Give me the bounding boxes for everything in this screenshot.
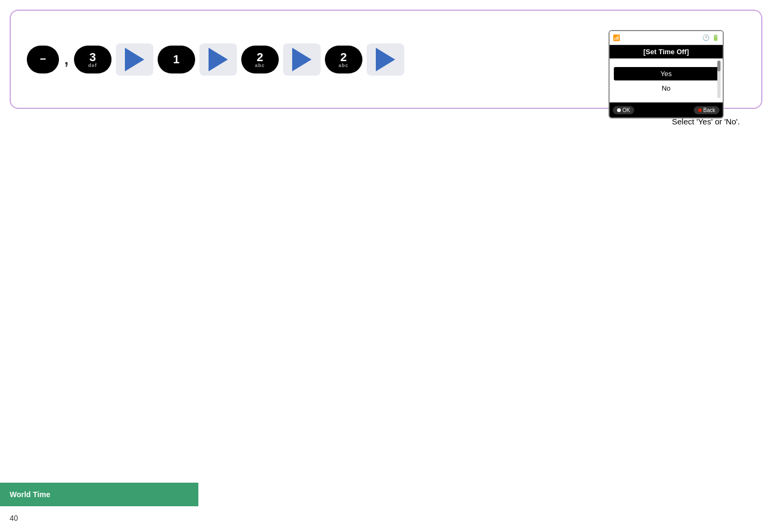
scroll-bar[interactable] xyxy=(717,61,721,98)
menu-item-yes[interactable]: Yes xyxy=(614,67,718,80)
minus-label: − xyxy=(40,53,46,65)
menu-item-no[interactable]: No xyxy=(610,82,723,95)
page-number: 40 xyxy=(10,514,18,522)
step-1-button: 1 xyxy=(158,46,195,73)
ok-button[interactable]: OK xyxy=(613,106,634,114)
comma-separator: , xyxy=(64,51,69,68)
description-text: Select 'Yes' or 'No'. xyxy=(672,117,740,126)
back-dot-icon xyxy=(698,108,702,112)
screen-title: [Set Time Off] xyxy=(610,45,723,58)
arrow-right-icon-1 xyxy=(125,48,144,71)
instruction-panel: − , 3 def 1 2 abc xyxy=(10,10,762,109)
arrow-1 xyxy=(116,43,153,76)
arrow-right-icon-2 xyxy=(209,48,228,71)
ok-dot-icon xyxy=(617,108,621,112)
clock-icon: 🕐 xyxy=(702,34,710,41)
step-2b-label: 2 xyxy=(340,51,347,63)
step-1-label: 1 xyxy=(173,53,180,66)
step-2a-sub: abc xyxy=(255,63,265,68)
step-2b-sub: abc xyxy=(339,63,349,68)
scroll-thumb xyxy=(717,61,721,71)
arrow-3 xyxy=(283,43,321,76)
arrow-4 xyxy=(367,43,404,76)
battery-icon: 🔋 xyxy=(712,34,719,41)
step-3-label: 3 xyxy=(90,51,96,63)
back-button[interactable]: Back xyxy=(694,106,719,114)
step-2a-label: 2 xyxy=(257,51,263,63)
screen-menu: Yes No xyxy=(610,58,723,102)
step-3-sub: def xyxy=(88,63,98,68)
step-3-button: 3 def xyxy=(74,46,112,73)
battery-icons: 🕐 🔋 xyxy=(702,34,719,41)
device-screen: 📶 🕐 🔋 [Set Time Off] Yes No xyxy=(608,30,724,119)
arrow-right-icon-3 xyxy=(292,48,311,71)
arrow-right-icon-4 xyxy=(376,48,395,71)
signal-icon: 📶 xyxy=(613,34,620,41)
screen-bottom-bar: OK Back xyxy=(610,102,723,117)
screen-status-bar: 📶 🕐 🔋 xyxy=(610,31,723,45)
step-2b-button: 2 abc xyxy=(325,46,362,73)
footer-label: World Time xyxy=(0,483,198,506)
arrow-2 xyxy=(199,43,237,76)
step-2a-button: 2 abc xyxy=(241,46,279,73)
steps-row: − , 3 def 1 2 abc xyxy=(27,43,630,76)
step-minus-button: − xyxy=(27,46,59,73)
